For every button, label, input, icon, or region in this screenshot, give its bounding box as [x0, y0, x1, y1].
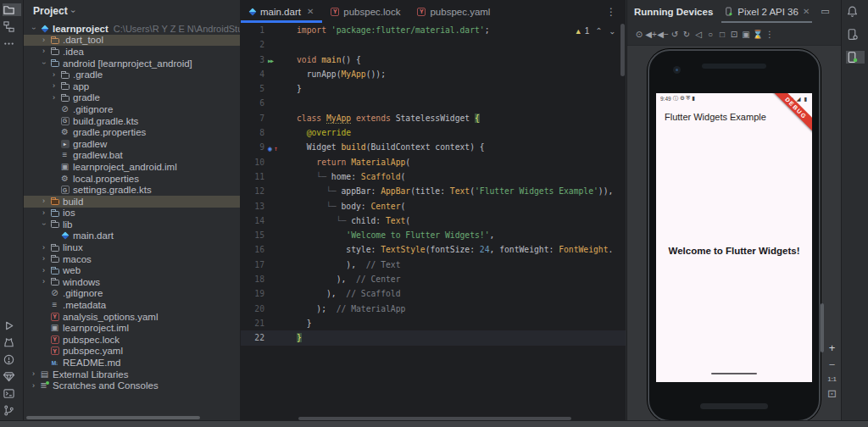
code-line-13[interactable]: 13 └─ body: Center( — [241, 199, 626, 214]
code-editor[interactable]: 1import 'package:flutter/material.dart';… — [241, 23, 626, 417]
close-icon[interactable]: ✕ — [803, 7, 810, 16]
tree-item-local-properties[interactable]: ⚙local.properties — [24, 173, 240, 185]
tree-item-analysis-options-yaml[interactable]: Yanalysis_options.yaml — [24, 311, 240, 323]
tree-item-linux[interactable]: ›linux — [24, 241, 240, 253]
code-line-6[interactable]: 6 — [241, 96, 626, 110]
logcat-icon[interactable] — [3, 336, 21, 349]
notifications-bell-icon[interactable] — [846, 5, 865, 18]
code-line-4[interactable]: 4 runApp(MyApp()); — [241, 67, 626, 81]
code-line-19[interactable]: 19 ), // Scaffold — [241, 286, 626, 301]
tree-item-readme-md[interactable]: M↓README.md — [24, 357, 240, 369]
code-line-9[interactable]: 9 Widget build(BuildContext context) { — [241, 140, 626, 154]
structure-icon[interactable] — [3, 20, 21, 33]
tree-item-gradlew-bat[interactable]: ≡gradlew.bat — [24, 150, 240, 162]
more-icon[interactable]: ⋮ — [764, 30, 776, 39]
run-icon[interactable] — [3, 319, 21, 332]
zoom-reset-button[interactable]: 1:1 — [827, 376, 836, 382]
running-devices-icon[interactable] — [846, 51, 865, 64]
tree-item-scratches-and-consoles[interactable]: ›≣Scratches and Consoles — [24, 380, 240, 391]
tree-item-macos[interactable]: ›macos — [24, 253, 240, 265]
code-line-16[interactable]: 16 style: TextStyle(fontSize: 24, fontWe… — [241, 242, 626, 257]
tree-item-android-learnproject-android[interactable]: ›android [learnproject_android] — [24, 58, 240, 69]
project-horizontal-scrollbar[interactable] — [26, 416, 200, 419]
back-icon[interactable]: ◁ — [693, 30, 704, 39]
home-icon[interactable]: ○ — [704, 30, 716, 39]
chevron-collapsed-icon[interactable]: › — [49, 82, 58, 90]
overview-icon[interactable]: □ — [716, 30, 728, 39]
run-gutter-icon[interactable] — [264, 53, 283, 67]
code-line-7[interactable]: 7class MyApp extends StatelessWidget { — [241, 111, 626, 125]
terminal-icon[interactable] — [3, 387, 21, 400]
code-line-2[interactable]: 2 — [241, 37, 626, 52]
chevron-expanded-icon[interactable]: › — [29, 25, 38, 32]
screen-record-icon[interactable]: ▣ — [740, 30, 752, 39]
override-gutter-icon[interactable] — [264, 140, 283, 154]
code-line-21[interactable]: 21 } — [241, 316, 626, 330]
project-panel-header[interactable]: Project › — [24, 0, 240, 22]
code-line-22[interactable]: 22} — [241, 330, 626, 345]
zoom-out-button[interactable]: − — [829, 359, 836, 370]
chevron-collapsed-icon[interactable]: › — [29, 382, 38, 390]
code-line-5[interactable]: 5} — [241, 81, 626, 96]
rotate-left-icon[interactable]: ↺ — [669, 30, 681, 39]
tree-item-learnproject[interactable]: ›learnprojectC:\Users\R Y Z E N\AndroidS… — [24, 23, 240, 35]
chevron-collapsed-icon[interactable]: › — [39, 278, 48, 286]
code-line-8[interactable]: 8 @override — [241, 125, 626, 140]
tree-item-settings-gradle-kts[interactable]: Gsettings.gradle.kts — [24, 184, 240, 196]
editor-tab-pubspec-yaml[interactable]: Ypubspec.yaml — [409, 0, 498, 23]
editor-tab-pubspec-lock[interactable]: Ypubspec.lock — [322, 0, 409, 23]
power-icon[interactable]: ⊙ — [633, 30, 645, 39]
tree-item-learnproject-android-iml[interactable]: ▣learnproject_android.iml — [24, 161, 240, 173]
editor-tab-main-dart[interactable]: main.dart✕ — [241, 0, 322, 23]
rotate-right-icon[interactable]: ↻ — [681, 30, 693, 39]
tree-item-dart-tool[interactable]: ›.dart_tool — [24, 35, 240, 47]
tree-item-build[interactable]: ›build — [24, 196, 240, 208]
chevron-collapsed-icon[interactable]: › — [39, 255, 48, 263]
chevron-collapsed-icon[interactable]: › — [49, 94, 58, 102]
problems-icon[interactable] — [3, 353, 21, 366]
screenshot-icon[interactable]: ⊡ — [728, 30, 740, 39]
new-window-icon[interactable]: ▭ — [821, 6, 829, 17]
chevron-collapsed-icon[interactable]: › — [39, 47, 48, 55]
code-line-18[interactable]: 18 ), // Center — [241, 272, 626, 286]
code-line-12[interactable]: 12 └─ appBar: AppBar(title: Text('Flutte… — [241, 184, 626, 198]
code-line-3[interactable]: 3void main() { — [241, 53, 626, 67]
chevron-collapsed-icon[interactable]: › — [39, 197, 48, 205]
tree-item-pubspec-yaml[interactable]: Ypubspec.yaml — [24, 346, 240, 358]
tree-item-metadata[interactable]: ≡.metadata — [24, 299, 240, 311]
tree-item-app[interactable]: ›app — [24, 80, 240, 92]
zoom-in-button[interactable]: + — [829, 342, 836, 353]
chevron-collapsed-icon[interactable]: › — [49, 71, 58, 79]
tree-item-gitignore[interactable]: ⊘.gitignore — [24, 288, 240, 300]
tree-item-build-gradle-kts[interactable]: Gbuild.gradle.kts — [24, 115, 240, 127]
device-screen[interactable]: 9:49 ⓘ ⚙ ⛨ ▮ ▾ ◢ ▮ DEBUG Flutter Widgets… — [656, 93, 812, 382]
app-quality-insights-icon[interactable] — [3, 370, 21, 383]
chevron-expanded-icon[interactable]: › — [39, 220, 48, 228]
chevron-collapsed-icon[interactable]: › — [39, 209, 48, 217]
snapshots-icon[interactable]: ⌛ — [752, 30, 764, 39]
device-tab-pixel-2[interactable]: Pixel 2 API 36 ✕ — [721, 0, 812, 23]
chevron-collapsed-icon[interactable]: › — [39, 267, 48, 274]
volume-down-icon[interactable]: ◀− — [657, 30, 669, 39]
tree-item-web[interactable]: ›web — [24, 264, 240, 276]
tree-item-ios[interactable]: ›ios — [24, 208, 240, 219]
next-problem-icon[interactable]: ⌃ — [609, 26, 615, 36]
tree-item-gradle[interactable]: ›gradle — [24, 92, 240, 104]
tree-item-gradle-properties[interactable]: ⚙gradle.properties — [24, 126, 240, 138]
tree-item-external-libraries[interactable]: ›▤External Libraries — [24, 369, 240, 380]
tree-item-windows[interactable]: ›windows — [24, 276, 240, 288]
prev-problem-icon[interactable]: ⌃ — [595, 26, 602, 36]
code-line-17[interactable]: 17 ), // Text — [241, 258, 626, 272]
project-folder-icon[interactable] — [3, 3, 21, 16]
tree-item-lib[interactable]: ›lib — [24, 219, 240, 230]
gesture-bar[interactable] — [711, 373, 757, 375]
tree-item-gradlew[interactable]: ▸gradlew — [24, 138, 240, 150]
tree-item-idea[interactable]: ›.idea — [24, 46, 240, 58]
tree-item-gradle[interactable]: ›.gradle — [24, 69, 240, 80]
tree-item-pubspec-lock[interactable]: Ypubspec.lock — [24, 334, 240, 346]
tree-item-gitignore[interactable]: ⊘.gitignore — [24, 103, 240, 115]
code-line-11[interactable]: 11 └─ home: Scaffold( — [241, 169, 626, 184]
zoom-fit-button[interactable]: ⊡ — [827, 388, 837, 399]
editor-vertical-scrollbar[interactable] — [620, 24, 625, 76]
code-line-1[interactable]: 1import 'package:flutter/material.dart'; — [241, 23, 626, 37]
